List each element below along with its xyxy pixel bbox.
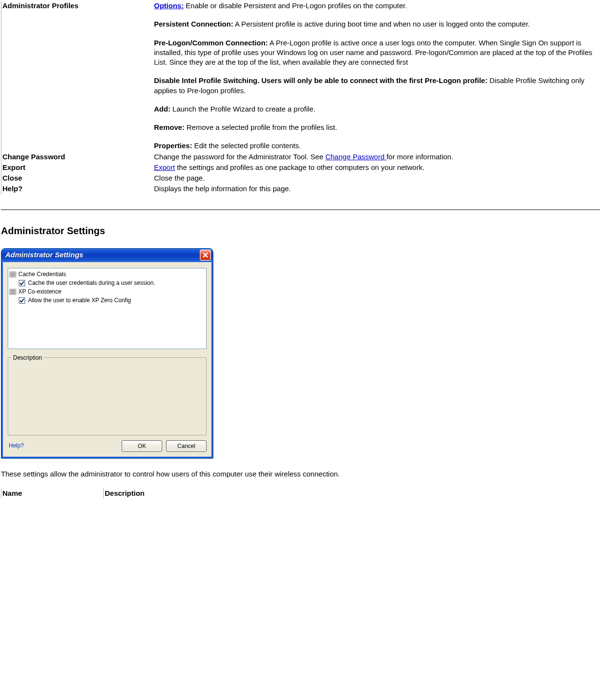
row-content: Export the settings and profiles as one … — [154, 163, 600, 173]
footer-header-table: Name Description — [1, 489, 600, 498]
checkbox-checked-icon[interactable] — [19, 280, 25, 286]
disable-label: Disable Intel Profile Switching. Users w… — [154, 76, 488, 84]
row-name: Export — [1, 163, 154, 173]
add-text: Launch the Profile Wizard to create a pr… — [170, 105, 315, 113]
options-link[interactable]: Options: — [154, 1, 184, 10]
table-row: Change Password Change the password for … — [1, 152, 600, 163]
table-row: Close Close the page. — [1, 173, 600, 184]
remove-label: Remove: — [154, 123, 184, 131]
ok-button[interactable]: OK — [122, 440, 162, 452]
row-content: Change the password for the Administrato… — [154, 152, 600, 163]
table-row: Administrator Profiles Options: Enable o… — [1, 1, 600, 152]
properties-text: Edit the selected profile contents. — [192, 141, 301, 150]
text-post: for more information. — [387, 153, 453, 161]
footer-name-header: Name — [1, 489, 104, 498]
add-label: Add: — [154, 105, 170, 113]
dialog-titlebar[interactable]: Administrator Settings — [1, 249, 213, 262]
section-divider — [1, 210, 600, 210]
description-legend: Description — [11, 354, 44, 362]
tree-item[interactable]: Cache the user credentials during a user… — [9, 279, 205, 288]
dialog-title: Administrator Settings — [5, 250, 200, 260]
footer-desc-header: Description — [104, 489, 600, 498]
row-name: Administrator Profiles — [1, 1, 154, 152]
definitions-table: Administrator Profiles Options: Enable o… — [1, 1, 600, 195]
row-content: Close the page. — [154, 173, 600, 184]
settings-tree[interactable]: Cache Credentials Cache the user credent… — [8, 268, 207, 349]
text-pre: Change the password for the Administrato… — [154, 153, 325, 161]
tree-item[interactable]: Allow the user to enable XP Zero Config — [9, 296, 205, 305]
remove-text: Remove a selected profile from the profi… — [184, 123, 337, 131]
cancel-button[interactable]: Cancel — [166, 440, 207, 452]
table-row: Export Export the settings and profiles … — [1, 163, 600, 173]
persistent-text: A Persistent profile is active during bo… — [233, 20, 530, 28]
export-link[interactable]: Export — [154, 163, 175, 171]
tree-group-label: XP Co-existence — [18, 288, 61, 295]
prelogon-label: Pre-Logon/Common Connection: — [154, 39, 268, 47]
row-content: Options: Enable or disable Persistent an… — [154, 1, 600, 152]
checkbox-checked-icon[interactable] — [19, 297, 25, 304]
properties-label: Properties: — [154, 141, 192, 150]
persistent-label: Persistent Connection: — [154, 20, 233, 28]
section-heading: Administrator Settings — [1, 224, 600, 238]
setting-group-icon — [9, 271, 16, 278]
administrator-settings-dialog: Administrator Settings Cache Credentials — [1, 248, 213, 459]
table-row: Help? Displays the help information for … — [1, 184, 600, 195]
dialog-footer: Help? OK Cancel — [8, 439, 207, 452]
row-name: Help? — [1, 184, 154, 195]
tree-group[interactable]: XP Co-existence — [9, 288, 205, 296]
change-password-link[interactable]: Change Password — [325, 153, 387, 161]
tree-group-label: Cache Credentials — [18, 270, 66, 278]
intro-text: These settings allow the administrator t… — [1, 469, 600, 479]
text-post: the settings and profiles as one package… — [175, 163, 424, 171]
tree-group[interactable]: Cache Credentials — [9, 270, 205, 279]
setting-group-icon — [9, 288, 16, 295]
help-link[interactable]: Help? — [9, 442, 24, 449]
tree-item-label: Cache the user credentials during a user… — [28, 279, 155, 287]
tree-item-label: Allow the user to enable XP Zero Config — [28, 296, 131, 304]
row-content: Displays the help information for this p… — [154, 184, 600, 195]
description-groupbox: Description — [8, 354, 207, 435]
dialog-body: Cache Credentials Cache the user credent… — [1, 262, 213, 458]
options-text: Enable or disable Persistent and Pre-Log… — [184, 1, 407, 10]
close-icon[interactable] — [200, 250, 211, 261]
row-name: Close — [1, 173, 154, 184]
row-name: Change Password — [1, 152, 154, 163]
